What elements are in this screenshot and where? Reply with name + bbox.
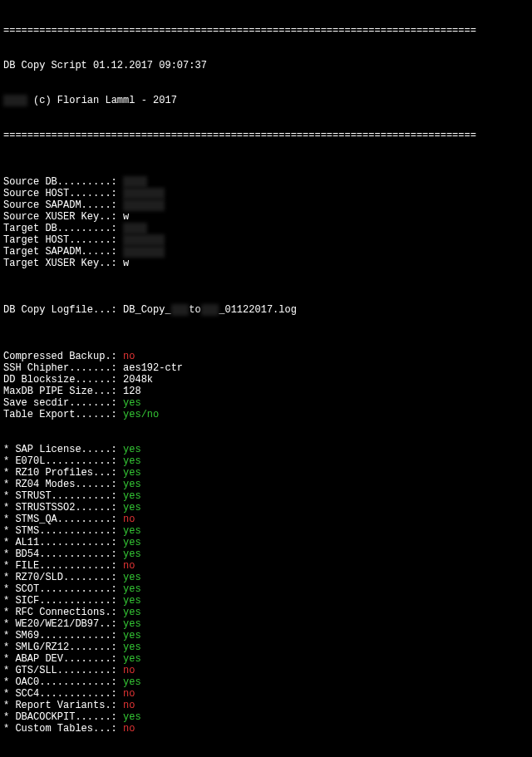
terminal-output: ========================================… xyxy=(0,0,532,757)
setting-row: SSH Chipher.......: aes192-ctr xyxy=(3,362,529,374)
table-export-row-value: yes xyxy=(123,641,141,653)
table-export-row: * STRUST..........: yes xyxy=(3,490,529,502)
table-export-row: * SMLG/RZ12.......: yes xyxy=(3,641,529,653)
param-row: Target XUSER Key..: w xyxy=(3,258,529,269)
table-export-row-label: * RZ04 Modes......: xyxy=(3,479,123,490)
table-export-row: * E070L...........: yes xyxy=(3,455,529,467)
table-export-row-label: * RZ70/SLD........: xyxy=(3,572,123,583)
redacted-text: XXX xyxy=(201,304,219,316)
setting-row-label: Save secdir.......: xyxy=(3,397,123,409)
param-row-label: Target XUSER Key..: xyxy=(3,258,123,269)
table-export-row-label: * SICF............: xyxy=(3,595,123,607)
table-export-row-value: yes xyxy=(123,455,141,467)
param-row: Source HOST.......: XXXXXXX xyxy=(3,188,529,199)
table-export-row: * AL11............: yes xyxy=(3,537,529,548)
table-export-row-label: * OAC0............: xyxy=(3,676,123,688)
table-export-row-value: yes xyxy=(123,607,141,618)
table-export-row-label: * RFC Connections.: xyxy=(3,607,123,618)
table-export-row: * SCOT............: yes xyxy=(3,583,529,595)
table-export-row-label: * SCOT............: xyxy=(3,583,123,595)
table-export-row-value: yes xyxy=(123,525,141,537)
setting-row-value: yes/no xyxy=(123,409,159,420)
table-export-row-value: yes xyxy=(123,467,141,479)
setting-row-label: Compressed Backup.: xyxy=(3,351,123,362)
param-row: Source DB.........: XXXX xyxy=(3,176,529,188)
setting-row-label: SSH Chipher.......: xyxy=(3,362,123,374)
table-export-row-value: yes xyxy=(123,595,141,607)
table-export-row-label: * E070L...........: xyxy=(3,455,123,467)
copyright: XXXX (c) Florian Lamml - 2017 xyxy=(3,95,529,106)
param-row-label: Target HOST.......: xyxy=(3,234,123,246)
table-export-row-label: * STRUSTSSO2......: xyxy=(3,502,123,514)
setting-row-label: DD Blocksize......: xyxy=(3,374,123,386)
setting-row: Table Export......: yes/no xyxy=(3,409,529,420)
table-export-row-label: * Report Variants.: xyxy=(3,700,123,711)
table-export-row-value: yes xyxy=(123,444,141,455)
setting-row: Compressed Backup.: no xyxy=(3,351,529,362)
setting-row-value: no xyxy=(123,351,135,362)
param-row-label: Source XUSER Key..: xyxy=(3,211,123,223)
table-export-row-label: * ABAP DEV........: xyxy=(3,653,123,665)
table-export-row-label: * WE20/WE21/DB97..: xyxy=(3,618,123,630)
table-export-row: * DBACOCKPIT......: yes xyxy=(3,711,529,723)
param-logfile: DB Copy Logfile...: DB_Copy_XXXtoXXX_011… xyxy=(3,304,529,316)
param-row: Target HOST.......: XXXXXXX xyxy=(3,234,529,246)
table-export-row: * RZ10 Profiles...: yes xyxy=(3,467,529,479)
table-export-row-value: yes xyxy=(123,490,141,502)
table-export-row: * SAP License.....: yes xyxy=(3,444,529,455)
setting-row-label: MaxDB PIPE Size...: xyxy=(3,386,123,397)
table-export-row-value: yes xyxy=(123,711,141,723)
param-row-label: Source DB.........: xyxy=(3,176,123,188)
table-export-row-value: no xyxy=(123,700,135,711)
table-export-row-label: * AL11............: xyxy=(3,537,123,548)
setting-row-label: Table Export......: xyxy=(3,409,123,420)
table-export-row-label: * STMS_QA.........: xyxy=(3,514,123,525)
table-export-row: * STMS............: yes xyxy=(3,525,529,537)
redacted-text: XXXX xyxy=(3,95,27,106)
table-export-row-value: no xyxy=(123,514,135,525)
table-export-row-label: * DBACOCKPIT......: xyxy=(3,711,123,723)
param-row-label: Source SAPADM.....: xyxy=(3,199,123,211)
table-export-row: * SM69............: yes xyxy=(3,630,529,641)
setting-row-value: 2048k xyxy=(123,374,153,386)
table-export-row-label: * SAP License.....: xyxy=(3,444,123,455)
table-export-row: * SCC4............: no xyxy=(3,688,529,700)
param-row: Target DB.........: XXXX xyxy=(3,223,529,234)
redacted-text: XXXXXXX xyxy=(123,199,165,211)
setting-row: Save secdir.......: yes xyxy=(3,397,529,409)
table-export-row: * BD54............: yes xyxy=(3,548,529,560)
table-export-row: * FILE............: no xyxy=(3,560,529,572)
table-export-row-value: yes xyxy=(123,572,141,583)
param-row-value: w xyxy=(123,258,129,269)
setting-row: DD Blocksize......: 2048k xyxy=(3,374,529,386)
param-row-label: Target DB.........: xyxy=(3,223,123,234)
redacted-text: XXXXXXX xyxy=(123,246,165,258)
table-export-row: * Custom Tables...: no xyxy=(3,723,529,735)
table-export-row-value: no xyxy=(123,665,135,676)
redacted-text: XXXX xyxy=(123,223,147,234)
table-export-row-value: yes xyxy=(123,676,141,688)
param-row: Target SAPADM.....: XXXXXXX xyxy=(3,246,529,258)
table-export-row: * Report Variants.: no xyxy=(3,700,529,711)
table-export-row-label: * FILE............: xyxy=(3,560,123,572)
table-export-row-value: yes xyxy=(123,537,141,548)
table-export-row: * RZ04 Modes......: yes xyxy=(3,479,529,490)
table-export-row-label: * BD54............: xyxy=(3,548,123,560)
table-export-row-label: * RZ10 Profiles...: xyxy=(3,467,123,479)
table-export-row-value: no xyxy=(123,688,135,700)
setting-row-value: yes xyxy=(123,397,141,409)
redacted-text: XXXX xyxy=(123,176,147,188)
setting-row: MaxDB PIPE Size...: 128 xyxy=(3,386,529,397)
table-export-row: * ABAP DEV........: yes xyxy=(3,653,529,665)
table-export-row-label: * STRUST..........: xyxy=(3,490,123,502)
table-export-row: * STRUSTSSO2......: yes xyxy=(3,502,529,514)
table-export-row-value: yes xyxy=(123,618,141,630)
table-export-row-label: * SM69............: xyxy=(3,630,123,641)
table-export-row-value: yes xyxy=(123,583,141,595)
table-export-row-value: yes xyxy=(123,653,141,665)
table-export-row: * GTS/SLL.........: no xyxy=(3,665,529,676)
param-row: Source XUSER Key..: w xyxy=(3,211,529,223)
table-export-row-label: * STMS............: xyxy=(3,525,123,537)
table-export-row-value: yes xyxy=(123,502,141,514)
table-export-row-label: * SCC4............: xyxy=(3,688,123,700)
